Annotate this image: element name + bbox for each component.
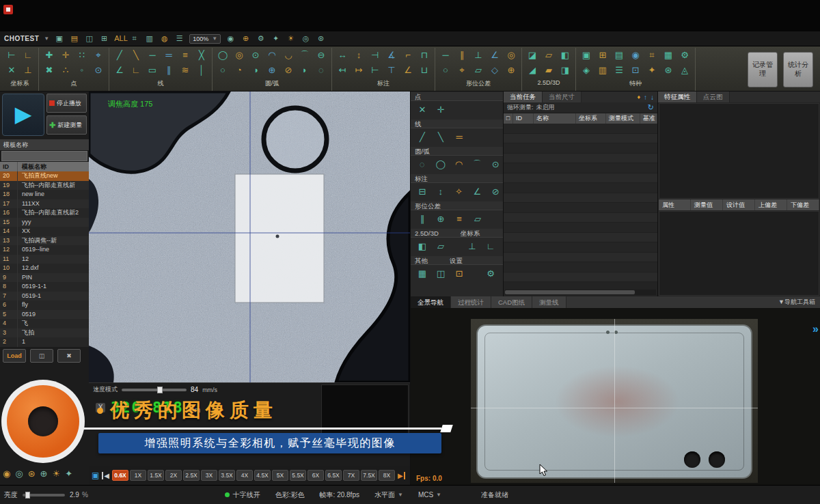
- move-up-icon[interactable]: ↑: [644, 94, 647, 101]
- toolbar-icon[interactable]: ✕: [3, 63, 20, 78]
- template-name-input[interactable]: [1, 151, 87, 161]
- toolbar-icon[interactable]: ◪: [524, 48, 541, 63]
- toolbar-icon[interactable]: ⊙: [90, 63, 107, 78]
- feature-list-area[interactable]: [659, 103, 819, 199]
- toolbar-icon[interactable]: ◗: [297, 63, 313, 78]
- palette-tool-icon[interactable]: ⊟: [415, 184, 430, 199]
- menubar-icon[interactable]: ⌗: [129, 34, 139, 43]
- template-list-row[interactable]: 16 飞拍--内部走直线新2: [0, 208, 89, 218]
- toolbar-icon[interactable]: ▥: [594, 63, 611, 78]
- move-down-icon[interactable]: ↓: [651, 94, 654, 101]
- toolbar-icon[interactable]: ▤: [611, 48, 627, 63]
- load-button[interactable]: Load: [3, 349, 26, 363]
- toolbar-icon[interactable]: ╱: [111, 48, 128, 63]
- toolbar-icon[interactable]: ⊣: [367, 48, 383, 63]
- toolbar-icon[interactable]: ◯: [215, 48, 231, 63]
- task-tab[interactable]: 当前任务: [504, 92, 543, 102]
- palette-tool-icon[interactable]: ╱: [415, 130, 430, 145]
- palette-tool-icon[interactable]: ▱: [433, 239, 448, 254]
- settings-gear-icon[interactable]: ⚙: [483, 266, 498, 281]
- toolbar-icon[interactable]: ◡: [280, 48, 297, 63]
- ring-light-icon[interactable]: ◉: [3, 468, 10, 479]
- backlight-icon[interactable]: ☀: [53, 468, 61, 479]
- palette-tool-icon[interactable]: ≡: [452, 212, 467, 227]
- zoom-level-button[interactable]: 7X: [343, 470, 359, 481]
- toolbar-icon[interactable]: ⊢: [3, 48, 20, 63]
- zoom-level-button[interactable]: 3X: [201, 470, 217, 481]
- menubar-icon[interactable]: ⚙: [256, 34, 266, 43]
- menubar-icon[interactable]: ◉: [226, 34, 236, 43]
- template-list-row[interactable]: 11 12: [0, 255, 89, 264]
- menubar-icon[interactable]: ▣: [54, 34, 64, 43]
- toolbar-icon[interactable]: ⊔: [416, 63, 433, 78]
- coaxial-light-icon[interactable]: ⊕: [40, 468, 48, 479]
- grid-view-icon[interactable]: ▣: [92, 471, 99, 480]
- toolbar-icon[interactable]: ⌗: [644, 48, 660, 63]
- toolbar-icon[interactable]: ⚙: [676, 48, 693, 63]
- zoom-level-button[interactable]: 3.5X: [219, 470, 235, 481]
- zoom-level-button[interactable]: 8X: [379, 470, 395, 481]
- brightness-slider-thumb[interactable]: [25, 492, 30, 499]
- template-list-row[interactable]: 20 飞拍直线new: [0, 171, 89, 181]
- palette-tool-icon[interactable]: ◠: [452, 157, 467, 172]
- brightness-slider[interactable]: [23, 494, 65, 496]
- toolbar-icon[interactable]: ✖: [41, 63, 57, 78]
- record-indicator-icon[interactable]: [3, 5, 13, 14]
- toolbar-icon[interactable]: ─: [437, 48, 454, 63]
- zoom-level-button[interactable]: 7.5X: [361, 470, 377, 481]
- toolbar-icon[interactable]: ⌖: [90, 48, 107, 63]
- palette-tool-icon[interactable]: ∟: [483, 239, 498, 254]
- toolbar-icon[interactable]: ⊘: [280, 63, 297, 78]
- toolbar-icon[interactable]: ◎: [231, 48, 247, 63]
- toolbar-icon[interactable]: ⌖: [454, 63, 470, 78]
- record-management-button[interactable]: 记录管理: [748, 52, 778, 87]
- menubar-icon[interactable]: ⊛: [316, 34, 326, 43]
- palette-tool-icon[interactable]: ∠: [469, 184, 484, 199]
- toolbar-icon[interactable]: ∠: [400, 63, 416, 78]
- template-list-row[interactable]: 5 0519: [0, 310, 89, 320]
- palette-tool-icon[interactable]: ⊡: [452, 266, 467, 281]
- lamp-icon[interactable]: ✦: [65, 468, 72, 479]
- feature-tab[interactable]: 点云图: [697, 92, 730, 102]
- flower-light-icon[interactable]: ⊛: [28, 468, 36, 479]
- template-list-row[interactable]: 12 0519--line: [0, 245, 89, 255]
- toolbar-icon[interactable]: ⌒: [297, 48, 313, 63]
- diamond-icon[interactable]: ♦: [637, 94, 640, 100]
- palette-tool-icon[interactable]: ✕: [415, 102, 430, 117]
- toolbar-icon[interactable]: ⊓: [416, 48, 433, 63]
- toolbar-icon[interactable]: ◔: [231, 63, 247, 78]
- toolbar-icon[interactable]: ✦: [644, 63, 660, 78]
- palette-tool-icon[interactable]: ⊙: [488, 157, 503, 172]
- refresh-icon[interactable]: ↻: [648, 103, 654, 112]
- menubar-icon[interactable]: ☀: [286, 34, 296, 43]
- crosshair-status[interactable]: 十字线开: [225, 490, 260, 500]
- toolbar-icon[interactable]: ∟: [128, 63, 144, 78]
- toolbar-icon[interactable]: ⊡: [627, 63, 644, 78]
- save-icon[interactable]: ◫: [30, 349, 53, 363]
- toolbar-icon[interactable]: ╲: [128, 48, 144, 63]
- toolbar-icon[interactable]: ↤: [334, 63, 351, 78]
- toolbar-icon[interactable]: ⊛: [660, 63, 676, 78]
- toolbar-icon[interactable]: ▭: [144, 63, 161, 78]
- toolbar-icon[interactable]: ↔: [334, 48, 351, 63]
- toolbar-icon[interactable]: ↦: [351, 63, 367, 78]
- toolbar-icon[interactable]: ⊙: [247, 48, 264, 63]
- segment-light-icon[interactable]: ◎: [15, 468, 23, 479]
- statistics-analysis-button[interactable]: 统计分析: [783, 52, 813, 87]
- menubar-icon[interactable]: ▤: [69, 34, 79, 43]
- skip-end-icon[interactable]: ▶: [398, 472, 405, 479]
- template-list-row[interactable]: 6 fly: [0, 300, 89, 310]
- template-list-row[interactable]: 19 飞拍--内部走直线新: [0, 181, 89, 191]
- template-list-row[interactable]: 13 飞拍调焦--新: [0, 236, 89, 246]
- toolbar-icon[interactable]: ○: [215, 63, 231, 78]
- template-list-row[interactable]: 8 0519-1-1: [0, 282, 89, 292]
- toolbar-icon[interactable]: ▰: [541, 63, 557, 78]
- task-tab[interactable]: 当前尺寸: [543, 92, 582, 102]
- toolbar-icon[interactable]: ⊥: [470, 48, 487, 63]
- plane-select[interactable]: 水平面 ▼: [374, 490, 403, 500]
- menubar-icon[interactable]: ALL: [114, 34, 124, 43]
- toolbar-icon[interactable]: ☰: [611, 63, 627, 78]
- palette-tool-icon[interactable]: ╲: [433, 130, 448, 145]
- menubar-icon[interactable]: ◍: [159, 34, 169, 43]
- toolbar-icon[interactable]: ≋: [177, 63, 193, 78]
